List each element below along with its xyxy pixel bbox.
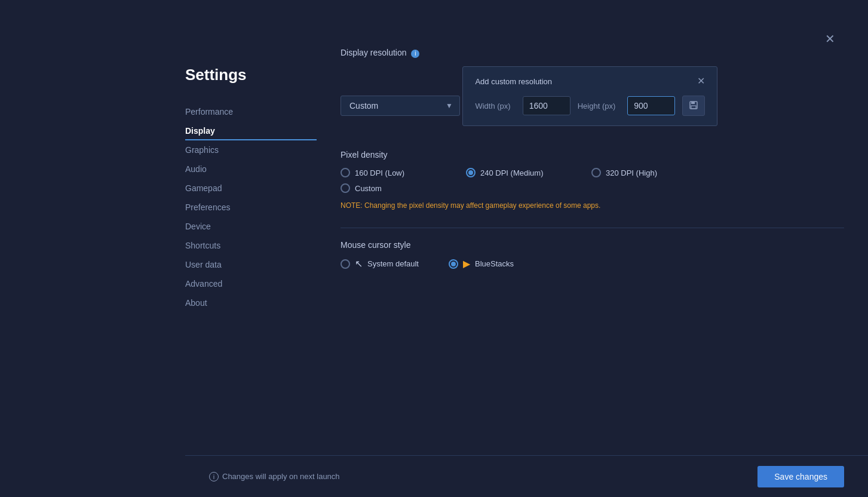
save-changes-button[interactable]: Save changes <box>757 466 844 487</box>
system-cursor-label: System default <box>367 259 419 268</box>
display-resolution-section: Display resolution i Custom 1280x720 192… <box>341 48 844 144</box>
display-resolution-info-icon[interactable]: i <box>411 50 419 58</box>
sidebar-item-gamepad[interactable]: Gamepad <box>185 179 317 198</box>
radio-240dpi-label: 240 DPI (Medium) <box>480 168 543 177</box>
radio-320dpi-indicator <box>591 168 601 177</box>
radio-320dpi[interactable]: 320 DPI (High) <box>591 168 699 177</box>
content-area: Display resolution i Custom 1280x720 192… <box>317 48 868 497</box>
radio-240dpi[interactable]: 240 DPI (Medium) <box>466 168 573 177</box>
radio-160dpi-indicator <box>341 168 350 177</box>
custom-res-inputs: Width (px) Height (px) <box>475 96 705 116</box>
bluestacks-cursor-icon: ▶ <box>463 258 470 269</box>
save-resolution-button[interactable] <box>682 96 705 116</box>
pixel-density-note: NOTE: Changing the pixel density may aff… <box>341 201 844 210</box>
resolution-dropdown[interactable]: Custom 1280x720 1920x1080 2560x1440 <box>341 96 460 116</box>
cursor-bluestacks-option[interactable]: ▶ BlueStacks <box>449 258 514 269</box>
radio-bluestacks-cursor-indicator <box>449 259 458 269</box>
radio-system-cursor-indicator <box>341 259 350 269</box>
sidebar: Settings Performance Display Graphics Au… <box>185 48 317 497</box>
custom-res-header: Add custom resolution ✕ <box>475 76 705 86</box>
settings-title: Settings <box>185 66 317 84</box>
sidebar-item-about[interactable]: About <box>185 293 317 312</box>
bluestacks-cursor-label: BlueStacks <box>475 259 514 268</box>
system-cursor-icon: ↖ <box>355 258 363 269</box>
pixel-density-section: Pixel density 160 DPI (Low) 240 DPI (Med… <box>341 150 844 210</box>
mouse-cursor-label: Mouse cursor style <box>341 240 844 250</box>
sidebar-item-shortcuts[interactable]: Shortcuts <box>185 236 317 255</box>
custom-res-title: Add custom resolution <box>475 77 552 86</box>
radio-custom-dpi-label: Custom <box>355 184 382 193</box>
mouse-cursor-section: Mouse cursor style ↖ System default ▶ Bl… <box>341 240 844 269</box>
custom-res-close-button[interactable]: ✕ <box>697 76 705 86</box>
sidebar-nav: Performance Display Graphics Audio Gamep… <box>185 102 317 312</box>
height-input[interactable] <box>627 96 675 115</box>
radio-160dpi-label: 160 DPI (Low) <box>355 168 404 177</box>
cursor-system-option[interactable]: ↖ System default <box>341 258 419 269</box>
footer-info-icon: i <box>209 472 219 481</box>
sidebar-item-device[interactable]: Device <box>185 217 317 236</box>
pixel-density-label: Pixel density <box>341 150 844 159</box>
custom-resolution-box: Add custom resolution ✕ Width (px) Heigh… <box>462 66 717 126</box>
divider <box>341 228 844 228</box>
display-resolution-label: Display resolution i <box>341 48 844 58</box>
radio-custom-dpi-indicator <box>341 183 350 193</box>
sidebar-item-advanced[interactable]: Advanced <box>185 274 317 293</box>
footer-note: i Changes will apply on next launch <box>209 472 340 481</box>
sidebar-item-preferences[interactable]: Preferences <box>185 198 317 217</box>
settings-container: Settings Performance Display Graphics Au… <box>185 48 868 497</box>
radio-160dpi[interactable]: 160 DPI (Low) <box>341 168 448 177</box>
width-input[interactable] <box>523 96 571 115</box>
close-button[interactable]: ✕ <box>825 33 835 45</box>
sidebar-item-display[interactable]: Display <box>185 121 317 140</box>
width-label: Width (px) <box>475 102 510 111</box>
sidebar-item-graphics[interactable]: Graphics <box>185 140 317 159</box>
footer-note-text: Changes will apply on next launch <box>222 472 340 481</box>
radio-320dpi-label: 320 DPI (High) <box>606 168 657 177</box>
height-label: Height (px) <box>578 102 616 111</box>
svg-rect-1 <box>691 102 695 104</box>
footer-bar: i Changes will apply on next launch Save… <box>185 455 868 497</box>
sidebar-item-userdata[interactable]: User data <box>185 255 317 274</box>
cursor-options-row: ↖ System default ▶ BlueStacks <box>341 258 844 269</box>
pixel-density-row1: 160 DPI (Low) 240 DPI (Medium) 320 DPI (… <box>341 168 844 177</box>
pixel-density-row2: Custom <box>341 183 844 193</box>
radio-custom-dpi[interactable]: Custom <box>341 183 448 193</box>
sidebar-item-audio[interactable]: Audio <box>185 159 317 179</box>
resolution-dropdown-wrapper: Custom 1280x720 1920x1080 2560x1440 ▼ <box>341 96 460 116</box>
radio-240dpi-indicator <box>466 168 476 177</box>
sidebar-item-performance[interactable]: Performance <box>185 102 317 121</box>
